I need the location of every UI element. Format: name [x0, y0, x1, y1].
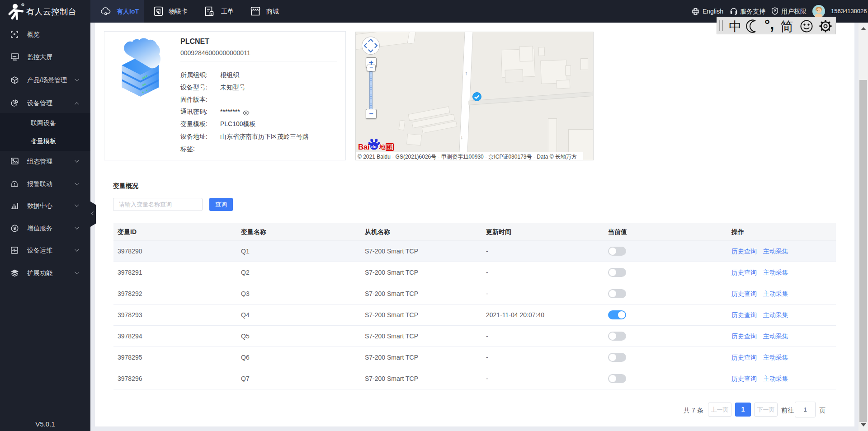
svg-text:du: du	[371, 144, 377, 149]
svg-text:R: R	[22, 4, 24, 6]
